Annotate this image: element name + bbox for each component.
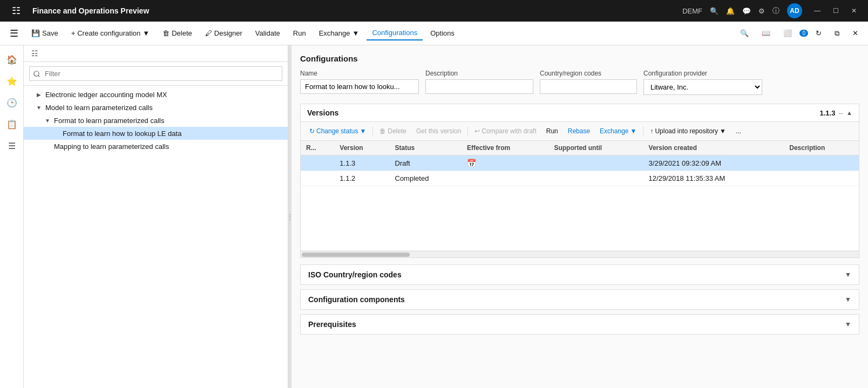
col-effective-from: Effective from [462,141,548,155]
cell-version-created: 3/29/2021 09:32:09 AM [643,155,784,171]
avatar[interactable]: AD [787,3,802,18]
prerequisites-label: Prerequisites [308,320,356,329]
col-status: Status [390,141,462,155]
refresh-icon: ↻ [309,127,315,135]
country-region-input[interactable] [540,79,637,94]
tree-item-label: Model to learn parameterized calls [45,104,283,112]
tree-item-format-parameterized[interactable]: ▼ Format to learn parameterized calls [24,114,288,127]
chevron-down-icon: ▼ [720,127,726,135]
designer-button[interactable]: 🖊 Designer [200,26,248,40]
cell-effective-from [462,171,548,186]
validate-button[interactable]: Validate [250,26,286,40]
maximize-button[interactable]: ☐ [828,3,843,18]
col-supported-until: Supported until [548,141,643,155]
versions-delete-button[interactable]: 🗑 Delete [375,125,411,137]
components-header[interactable]: Configuration components ▼ [301,290,859,309]
delete-button[interactable]: 🗑 Delete [157,26,198,40]
delete-icon: 🗑 [379,127,386,135]
main-content: Configurations Name Description Country/… [291,45,868,388]
grid-menu-button[interactable]: ☷ [6,1,26,21]
cell-description [784,171,859,186]
favorites-icon[interactable]: ⭐ [2,71,22,91]
title-bar: ☷ Finance and Operations Preview DEMF 🔍 … [0,0,868,22]
change-status-button[interactable]: ↻ Change status ▼ [305,125,370,137]
recent-icon[interactable]: 🕒 [2,93,22,112]
table-row[interactable]: 1.1.2 Completed 12/29/2018 11:35:33 AM [301,171,859,186]
country-region-field: Country/region codes [540,70,637,94]
toolbar-close-button[interactable]: ✕ [847,26,864,40]
description-input[interactable] [425,79,533,94]
compare-with-draft-button[interactable]: ↩ Compare with draft [470,125,540,137]
calendar-icon[interactable]: 📅 [467,159,476,167]
save-button[interactable]: 💾 Save [26,26,64,40]
configurations-button[interactable]: Configurations [367,26,423,40]
filter-input[interactable] [29,66,282,81]
main-toolbar: ☰ 💾 Save + Create configuration ▼ 🗑 Dele… [0,22,868,45]
country-region-label: Country/region codes [540,70,637,77]
workspaces-icon[interactable]: 📋 [2,114,22,134]
cell-version-created: 12/29/2018 11:35:33 AM [643,171,784,186]
horizontal-scrollbar[interactable] [301,251,859,257]
col-version: Version [334,141,389,155]
tree-item-label: Electronic ledger accounting model MX [45,91,283,99]
home-icon[interactable]: 🏠 [2,50,22,69]
chevron-down-icon: ▼ [630,127,636,135]
close-button[interactable]: ✕ [846,3,862,18]
toolbar-search-button[interactable]: 🔍 [735,26,754,40]
name-input[interactable] [300,79,419,94]
expand-icon: ▶ [35,90,43,99]
versions-run-button[interactable]: Run [542,125,562,137]
search-icon[interactable]: 🔍 [710,7,718,15]
restore-button[interactable]: ⧉ [829,26,845,40]
iso-header[interactable]: ISO Country/region codes ▼ [301,265,859,284]
versions-chevron-up[interactable]: ▲ [846,110,852,116]
tree-item-mapping-parameterized[interactable]: Mapping to learn parameterized calls [24,140,288,153]
cell-r [301,171,334,186]
versions-exchange-button[interactable]: Exchange ▼ [595,125,641,137]
hamburger-button[interactable]: ☰ [4,25,24,42]
app-title: Finance and Operations Preview [32,6,149,15]
tree-panel: ☷ ▶ Electronic ledger accounting model M… [24,45,288,388]
filter-button[interactable]: ☷ [28,47,42,59]
options-button[interactable]: Options [425,26,460,40]
tree-filter-area [24,62,288,86]
chevron-down-icon: ▼ [360,127,366,135]
rebase-button[interactable]: Rebase [564,125,594,137]
config-provider-label: Configuration provider [643,70,762,77]
get-this-version-button[interactable]: Get this version [412,125,465,137]
table-row[interactable]: 1.1.3 Draft 📅 3/29/2021 09:32:09 AM [301,155,859,171]
settings-icon[interactable]: ⚙ [758,7,765,15]
cell-supported-until [548,155,643,171]
version-number: 1.1.3 [820,109,836,117]
name-label: Name [300,70,419,77]
create-configuration-button[interactable]: + Create configuration ▼ [66,26,155,40]
run-button[interactable]: Run [288,26,311,40]
exchange-button[interactable]: Exchange ▼ [314,26,365,40]
upload-into-repository-button[interactable]: ↑ Upload into repository ▼ [646,125,730,137]
col-r: R... [301,141,334,155]
more-options-button[interactable]: ... [731,125,745,137]
tree-item-model-parameterized[interactable]: ▼ Model to learn parameterized calls [24,101,288,114]
tree-item-format-lookup[interactable]: Format to learn how to lookup LE data [24,127,288,140]
upload-icon: ↑ [650,127,653,135]
book-icon[interactable]: 📖 [756,26,776,40]
cell-description [784,155,859,171]
notifications-icon[interactable]: 🔔 [726,7,735,15]
cell-status: Completed [390,171,462,186]
scroll-thumb[interactable] [302,253,410,257]
help-icon[interactable]: ⓘ [772,6,779,16]
prerequisites-header[interactable]: Prerequisites ▼ [301,315,859,334]
delete-icon: 🗑 [162,29,169,37]
modules-icon[interactable]: ☰ [2,136,22,155]
chat-icon[interactable]: 💬 [742,7,751,15]
refresh-button[interactable]: ↻ [810,26,827,40]
version-dash: -- [838,109,843,117]
versions-table-container: R... Version Status Effective from Suppo… [301,141,859,251]
tree-item-electronic-ledger[interactable]: ▶ Electronic ledger accounting model MX [24,88,288,101]
add-icon: + [71,29,76,37]
panel-toggle-button[interactable]: ⬜ [778,26,797,40]
minimize-button[interactable]: ― [810,3,825,18]
config-provider-select[interactable]: Litware, Inc. [643,79,762,95]
collapse-icon: ▼ [35,103,43,112]
user-label: DEMF [682,7,702,15]
